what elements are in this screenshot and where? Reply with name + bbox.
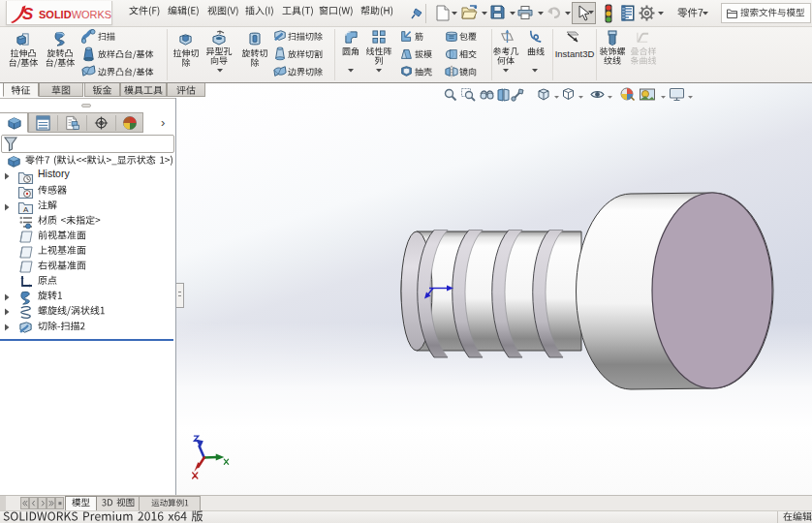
svg-text:S: S [22, 5, 34, 23]
svg-text:A: A [23, 205, 29, 214]
